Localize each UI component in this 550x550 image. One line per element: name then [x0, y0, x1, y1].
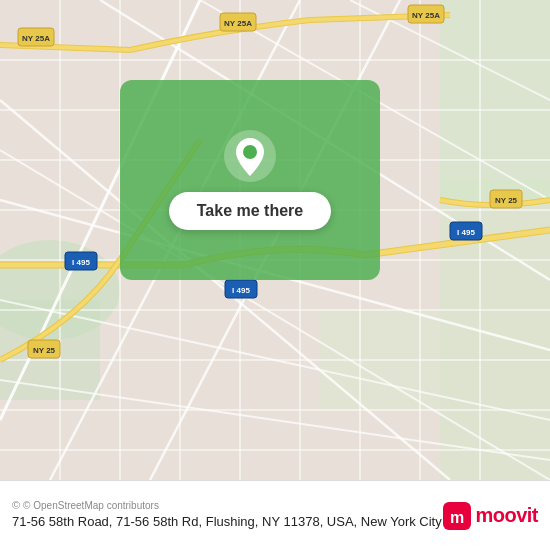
bottom-bar: © © OpenStreetMap contributors 71-56 58t… [0, 480, 550, 550]
copyright-symbol: © [12, 499, 20, 511]
map-container: NY 25A NY 25A NY 25A I 495 I 495 I 495 N… [0, 0, 550, 480]
svg-text:m: m [450, 509, 464, 526]
location-pin-icon [224, 130, 276, 182]
svg-text:NY 25A: NY 25A [412, 11, 440, 20]
osm-credit: © © OpenStreetMap contributors [12, 499, 443, 511]
svg-rect-1 [440, 0, 550, 200]
bottom-left-info: © © OpenStreetMap contributors 71-56 58t… [12, 499, 443, 531]
pin-overlay: Take me there [120, 80, 380, 280]
moovit-icon: m [443, 502, 471, 530]
address-text: 71-56 58th Road, 71-56 58th Rd, Flushing… [12, 513, 443, 531]
osm-credit-text: © OpenStreetMap contributors [23, 500, 159, 511]
take-me-there-button[interactable]: Take me there [169, 192, 331, 230]
svg-text:NY 25: NY 25 [495, 196, 518, 205]
svg-text:NY 25: NY 25 [33, 346, 56, 355]
svg-text:I 495: I 495 [232, 286, 250, 295]
svg-text:NY 25A: NY 25A [224, 19, 252, 28]
moovit-logo: m moovit [443, 502, 538, 530]
svg-text:I 495: I 495 [72, 258, 90, 267]
svg-point-59 [243, 145, 257, 159]
svg-text:I 495: I 495 [457, 228, 475, 237]
moovit-brand-text: moovit [475, 504, 538, 527]
svg-text:NY 25A: NY 25A [22, 34, 50, 43]
